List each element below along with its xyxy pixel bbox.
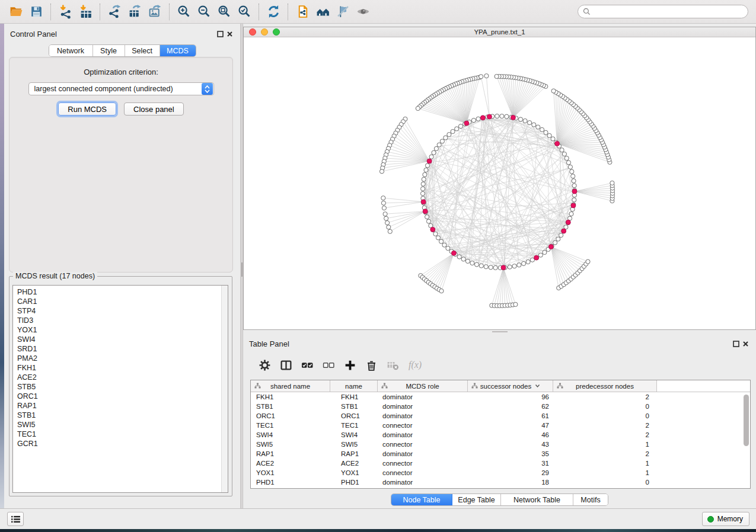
table-row[interactable]: ORC1ORC1dominator610 bbox=[251, 411, 750, 421]
optimization-criterion-select[interactable]: largest connected component (undirected) bbox=[28, 82, 214, 95]
panel-menu-button[interactable] bbox=[7, 512, 24, 526]
float-table-panel-icon[interactable] bbox=[731, 339, 741, 348]
toolbar-separator bbox=[169, 4, 170, 20]
trash-button[interactable] bbox=[365, 359, 378, 371]
cell: 46 bbox=[468, 431, 553, 438]
zoom-fit-button[interactable] bbox=[214, 2, 234, 21]
table-row[interactable]: FKH1FKH1dominator962 bbox=[251, 392, 750, 402]
column-header-MCDS-role[interactable]: MCDS role bbox=[378, 380, 468, 392]
table-export-button[interactable] bbox=[125, 2, 145, 21]
cell: 1 bbox=[553, 469, 657, 476]
memory-button[interactable]: Memory bbox=[702, 512, 749, 526]
mcds-result-item[interactable]: ORC1 bbox=[17, 392, 221, 401]
table-row[interactable]: TEC1TEC1connector472 bbox=[251, 421, 750, 430]
zoom-in-button[interactable] bbox=[174, 2, 194, 21]
mcds-result-item[interactable]: GCR1 bbox=[17, 439, 221, 448]
close-panel-button[interactable]: Close panel bbox=[124, 102, 184, 116]
desktop-wallpaper-left bbox=[0, 24, 4, 508]
table-tab-motifs[interactable]: Motifs bbox=[573, 494, 608, 505]
tab-mcds[interactable]: MCDS bbox=[160, 45, 196, 56]
table-row[interactable]: SWI5SWI5connector431 bbox=[251, 440, 750, 449]
mcds-result-item[interactable]: YOX1 bbox=[17, 325, 221, 335]
split-columns-button[interactable] bbox=[280, 359, 292, 371]
splitter-grip-h[interactable] bbox=[492, 331, 508, 332]
tab-select[interactable]: Select bbox=[125, 45, 160, 56]
mcds-result-item[interactable]: SRD1 bbox=[17, 344, 221, 354]
mcds-result-list[interactable]: PHD1CAR1STP4TID3YOX1SWI4SRD1PMA2FKH1ACE2… bbox=[13, 286, 221, 492]
image-export-button[interactable] bbox=[145, 2, 165, 21]
splitter-grip[interactable] bbox=[241, 262, 243, 277]
optimization-criterion-value: largest connected component (undirected) bbox=[29, 85, 202, 93]
mcds-result-item[interactable]: STB1 bbox=[17, 411, 221, 420]
mcds-list-scrollbar[interactable] bbox=[221, 286, 228, 492]
save-button[interactable] bbox=[26, 2, 46, 21]
mcds-result-item[interactable]: CAR1 bbox=[17, 297, 221, 306]
tab-network[interactable]: Network bbox=[49, 45, 93, 56]
mcds-result-item[interactable]: STP4 bbox=[17, 306, 221, 316]
column-header-predecessor-nodes[interactable]: predecessor nodes bbox=[553, 380, 657, 392]
mcds-result-item[interactable]: SWI5 bbox=[17, 420, 221, 430]
mcds-result-item[interactable]: PHD1 bbox=[17, 287, 221, 297]
cell: connector bbox=[378, 460, 468, 467]
table-row[interactable]: STB1STB1dominator620 bbox=[251, 402, 750, 411]
run-mcds-button[interactable]: Run MCDS bbox=[58, 102, 116, 116]
cell: 2 bbox=[553, 431, 657, 438]
image-export-icon bbox=[148, 4, 162, 19]
cell: dominator bbox=[378, 479, 468, 486]
mcds-result-item[interactable]: STB5 bbox=[17, 382, 221, 392]
cell: connector bbox=[378, 441, 468, 448]
node-table: shared namenameMCDS rolesuccessor nodesp… bbox=[250, 380, 751, 489]
column-header-successor-nodes[interactable]: successor nodes bbox=[468, 380, 553, 392]
flag-slash-button[interactable] bbox=[333, 2, 353, 21]
select-none-button[interactable] bbox=[323, 359, 335, 371]
cell: SWI5 bbox=[251, 441, 330, 448]
node-table-header: shared namenameMCDS rolesuccessor nodesp… bbox=[251, 380, 750, 392]
search-box[interactable] bbox=[578, 5, 748, 18]
cell: TEC1 bbox=[251, 422, 330, 429]
save-icon bbox=[29, 4, 44, 19]
table-row[interactable]: PHD1PHD1dominator180 bbox=[251, 477, 750, 487]
table-tab-edge-table[interactable]: Edge Table bbox=[452, 494, 501, 505]
select-all-checked-button[interactable] bbox=[301, 359, 314, 371]
zoom-selected-button[interactable] bbox=[234, 2, 254, 21]
column-header-name[interactable]: name bbox=[330, 380, 378, 392]
mcds-result-item[interactable]: ACE2 bbox=[17, 373, 221, 382]
search-input[interactable] bbox=[594, 8, 743, 16]
close-panel-icon[interactable] bbox=[225, 29, 234, 39]
toolbar-separator bbox=[288, 4, 288, 20]
table-row[interactable]: SWI4SWI4dominator462 bbox=[251, 430, 750, 440]
cell: dominator bbox=[378, 412, 468, 419]
mcds-result-item[interactable]: RAP1 bbox=[17, 401, 221, 411]
float-panel-icon[interactable] bbox=[215, 29, 225, 39]
select-all-checked-icon bbox=[301, 359, 314, 371]
zoom-out-button[interactable] bbox=[194, 2, 214, 21]
doc-share-button[interactable] bbox=[292, 2, 312, 21]
table-row[interactable]: YOX1YOX1connector291 bbox=[251, 468, 750, 477]
mcds-result-item[interactable]: TEC1 bbox=[17, 430, 221, 439]
mcds-result-item[interactable]: PMA2 bbox=[17, 354, 221, 363]
net-import-button[interactable] bbox=[55, 2, 75, 21]
add-plus-button[interactable] bbox=[344, 359, 356, 371]
table-import-button[interactable] bbox=[75, 2, 95, 21]
table-panel-title: Table Panel bbox=[249, 339, 289, 348]
mcds-result-item[interactable]: FKH1 bbox=[17, 363, 221, 373]
table-scrollbar-thumb[interactable] bbox=[744, 395, 749, 446]
table-tab-node-table[interactable]: Node Table bbox=[391, 494, 452, 505]
cell: 31 bbox=[468, 460, 553, 467]
mcds-result-item[interactable]: TID3 bbox=[17, 316, 221, 325]
table-row[interactable]: ACE2ACE2connector311 bbox=[251, 459, 750, 468]
select-none-icon bbox=[323, 359, 335, 371]
net-export-button[interactable] bbox=[104, 2, 125, 21]
network-view-canvas[interactable] bbox=[244, 37, 755, 329]
folder-open-button[interactable] bbox=[6, 2, 26, 21]
eye-button[interactable] bbox=[353, 2, 373, 21]
refresh-button[interactable] bbox=[263, 2, 283, 21]
tab-style[interactable]: Style bbox=[93, 45, 125, 56]
mcds-result-item[interactable]: SWI4 bbox=[17, 335, 221, 344]
houses-button[interactable] bbox=[312, 2, 333, 21]
table-tab-network-table[interactable]: Network Table bbox=[501, 494, 573, 505]
column-header-shared-name[interactable]: shared name bbox=[251, 380, 330, 392]
gear-button[interactable] bbox=[259, 359, 271, 371]
table-row[interactable]: RAP1RAP1dominator352 bbox=[251, 449, 750, 459]
close-table-panel-icon[interactable] bbox=[741, 339, 750, 348]
